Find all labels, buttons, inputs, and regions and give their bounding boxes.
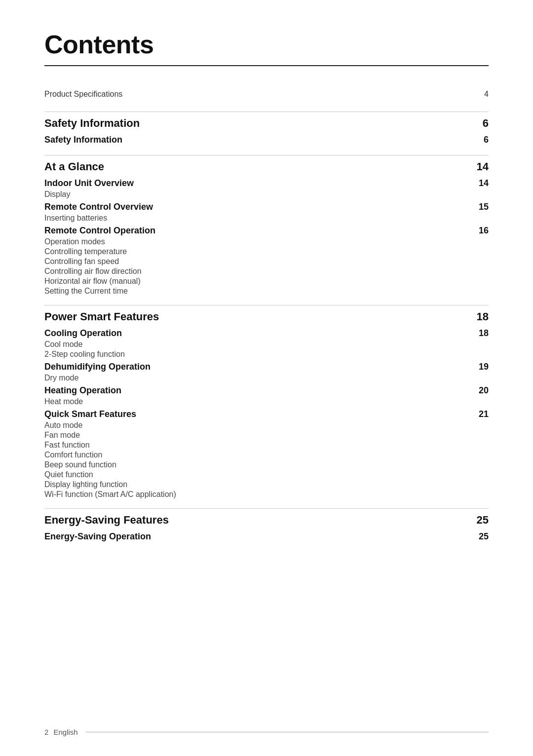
toc-child-row: Operation modes (44, 237, 489, 247)
toc-child-label: Cool mode (44, 340, 82, 349)
toc-sub-heading-row-0: Safety Information6 (44, 132, 489, 146)
toc-heading-page: 6 (469, 117, 489, 130)
toc-heading-label: Safety Information (44, 117, 140, 130)
toc-sub-heading-row-1: Dehumidifying Operation19 (44, 359, 489, 373)
toc-sub-heading-label: Energy-Saving Operation (44, 531, 151, 542)
toc-child-label: Horizontal air flow (manual) (44, 277, 141, 286)
toc-sub-heading-row-2: Remote Control Operation16 (44, 223, 489, 237)
toc-sub-heading-label: Indoor Unit Overview (44, 178, 134, 189)
toc-section-0: Product Specifications4 (44, 86, 489, 103)
toc-item-page: 4 (484, 90, 489, 99)
toc-child-row: Dry mode (44, 373, 489, 383)
toc-child-row: Quiet function (44, 470, 489, 480)
toc-heading-page: 14 (469, 160, 489, 173)
toc-child-row: Controlling fan speed (44, 257, 489, 266)
toc-sub-heading-row-0: Energy-Saving Operation25 (44, 529, 489, 543)
toc-child-row: Wi-Fi function (Smart A/C application) (44, 490, 489, 499)
toc-child-row: Cool mode (44, 340, 489, 349)
footer-line (86, 732, 489, 732)
toc-child-row: Controlling temperature (44, 247, 489, 257)
toc-sub-heading-row-0: Cooling Operation18 (44, 326, 489, 340)
toc-child-row: Display lighting function (44, 480, 489, 490)
toc-child-row: Horizontal air flow (manual) (44, 276, 489, 286)
footer-lang-label: English (54, 728, 78, 736)
toc-heading-row: Power Smart Features18 (44, 305, 489, 326)
toc-section-1: Safety Information6Safety Information6 (44, 112, 489, 146)
title-divider (44, 65, 489, 66)
toc-child-label: Controlling air flow direction (44, 267, 142, 276)
toc-sub-heading-label: Remote Control Overview (44, 202, 153, 212)
toc-sub-heading-label: Safety Information (44, 135, 122, 145)
toc-child-label: Auto mode (44, 421, 82, 430)
toc-child-row: Heat mode (44, 397, 489, 407)
toc-child-row: Fan mode (44, 430, 489, 440)
toc-sub-heading-page: 20 (469, 385, 489, 396)
toc-sub-heading-row-3: Quick Smart Features21 (44, 407, 489, 420)
toc-child-label: Comfort function (44, 451, 102, 459)
toc-child-label: Display lighting function (44, 480, 127, 489)
toc-heading-label: Energy-Saving Features (44, 514, 169, 527)
footer-page-label: 2 English (44, 728, 78, 736)
toc-child-row: Beep sound function (44, 460, 489, 470)
toc-sub-heading-page: 25 (469, 531, 489, 542)
toc-child-label: Controlling temperature (44, 247, 127, 256)
toc-item-label: Product Specifications (44, 90, 122, 99)
toc-child-row: Display (44, 189, 489, 199)
toc-child-label: Dry mode (44, 374, 78, 382)
toc-child-label: Display (44, 190, 70, 199)
toc-heading-label: Power Smart Features (44, 310, 159, 323)
toc-child-row: Comfort function (44, 450, 489, 460)
toc-heading-page: 18 (469, 310, 489, 323)
footer: 2 English (44, 728, 489, 736)
toc-sub-heading-page: 6 (469, 135, 489, 145)
toc-sub-heading-page: 19 (469, 362, 489, 372)
toc-section-3: Power Smart Features18Cooling Operation1… (44, 305, 489, 499)
footer-page-num: 2 (44, 728, 48, 736)
toc-child-label: Operation modes (44, 237, 105, 246)
toc-sub-heading-row-0: Indoor Unit Overview14 (44, 176, 489, 189)
page-title: Contents (44, 30, 489, 59)
toc-child-row: Auto mode (44, 420, 489, 430)
toc-sub-heading-row-1: Remote Control Overview15 (44, 199, 489, 213)
toc-section-4: Energy-Saving Features25Energy-Saving Op… (44, 508, 489, 543)
toc-sub-heading-page: 15 (469, 202, 489, 212)
toc-heading-row: At a Glance14 (44, 155, 489, 176)
toc-sub-heading-label: Cooling Operation (44, 328, 122, 339)
toc-child-row: Controlling air flow direction (44, 266, 489, 276)
toc-child-label: 2-Step cooling function (44, 350, 125, 359)
toc-child-row: Inserting batteries (44, 213, 489, 223)
toc-child-label: Beep sound function (44, 460, 116, 469)
toc-section-2: At a Glance14Indoor Unit Overview14Displ… (44, 155, 489, 296)
toc-sub-heading-label: Heating Operation (44, 385, 121, 396)
toc-child-row: Setting the Current time (44, 286, 489, 296)
toc-sub-heading-page: 21 (469, 409, 489, 419)
toc-child-label: Setting the Current time (44, 287, 128, 296)
toc-sub-heading-row-2: Heating Operation20 (44, 383, 489, 397)
toc-heading-row: Safety Information6 (44, 112, 489, 132)
toc-child-label: Wi-Fi function (Smart A/C application) (44, 490, 176, 499)
toc-sub-heading-label: Dehumidifying Operation (44, 362, 151, 372)
toc-heading-page: 25 (469, 514, 489, 527)
toc-child-label: Heat mode (44, 397, 83, 406)
toc-sub-heading-label: Remote Control Operation (44, 226, 155, 236)
toc-child-label: Quiet function (44, 470, 93, 479)
toc-sub-heading-page: 16 (469, 226, 489, 236)
toc-heading-row: Energy-Saving Features25 (44, 508, 489, 529)
toc-child-label: Inserting batteries (44, 214, 107, 223)
toc-heading-label: At a Glance (44, 160, 104, 173)
toc-sub-heading-page: 18 (469, 328, 489, 339)
toc-child-row: Fast function (44, 440, 489, 450)
toc-plain-row: Product Specifications4 (44, 86, 489, 103)
toc-sub-heading-page: 14 (469, 178, 489, 189)
toc-child-row: 2-Step cooling function (44, 349, 489, 359)
toc-container: Product Specifications4Safety Informatio… (44, 86, 489, 543)
toc-sub-heading-label: Quick Smart Features (44, 409, 136, 419)
toc-child-label: Fan mode (44, 431, 80, 440)
toc-child-label: Controlling fan speed (44, 257, 119, 266)
toc-child-label: Fast function (44, 441, 90, 450)
